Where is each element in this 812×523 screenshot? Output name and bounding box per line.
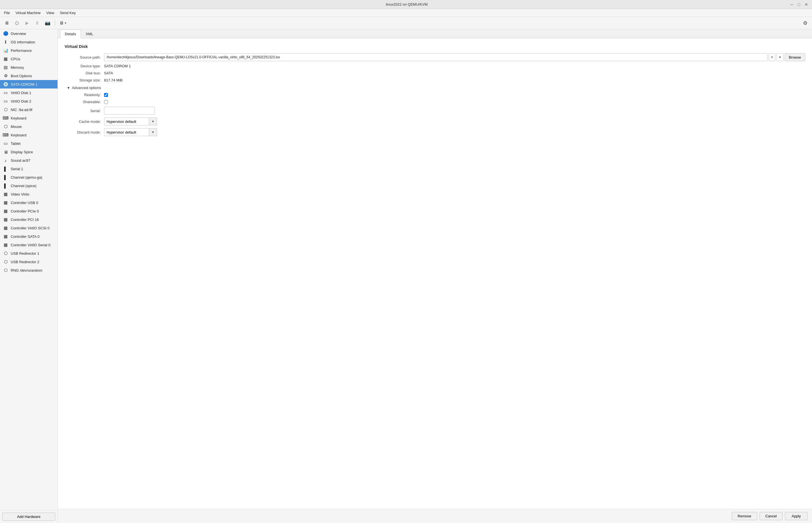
sidebar-icon-rng: ⬡ <box>3 267 8 273</box>
menu-file[interactable]: File <box>1 10 13 16</box>
sidebar-item-controller-virtio-serial[interactable]: ▦Controller VirtIO Serial 0 <box>0 241 57 249</box>
toolbar-display-button[interactable]: 🖥 ▼ <box>57 19 69 28</box>
tab-bar: Details XML <box>58 29 812 38</box>
sidebar-label-rng: RNG /dev/urandom <box>11 268 42 272</box>
browse-button[interactable]: Browse <box>785 53 805 61</box>
toolbar-power-button[interactable]: ⏻ <box>13 19 21 28</box>
sidebar: 🔵OverviewℹOS information📊Performance▦CPU… <box>0 29 58 523</box>
toolbar-snapshot-button[interactable]: 📷 <box>43 19 52 28</box>
sidebar-item-virtio-disk1[interactable]: ▭VirtIO Disk 1 <box>0 89 57 97</box>
sidebar-item-boot-options[interactable]: ⚙Boot Options <box>0 72 57 80</box>
path-clear-button[interactable]: ✕ <box>769 53 775 61</box>
main-layout: 🔵OverviewℹOS information📊Performance▦CPU… <box>0 29 812 523</box>
sidebar-item-memory[interactable]: ▤Memory <box>0 63 57 72</box>
cache-mode-row: Cache mode: Hypervisor defaultnonewritet… <box>65 118 805 125</box>
remove-button[interactable]: Remove <box>731 512 757 520</box>
toolbar: 🖥 ⏻ ▶ ⏸ 📷 🖥 ▼ ⚙ <box>0 17 812 29</box>
sidebar-label-keyboard2: Keyboard <box>11 133 27 137</box>
sidebar-item-controller-pci16[interactable]: ▦Controller PCI 16 <box>0 215 57 224</box>
sidebar-item-rng[interactable]: ⬡RNG /dev/urandom <box>0 266 57 274</box>
sidebar-icon-usb-redirect2: ⬡ <box>3 259 8 265</box>
tab-details[interactable]: Details <box>60 29 81 38</box>
readonly-row: Readonly: <box>65 93 805 97</box>
sidebar-label-sata-cdrom1: SATA CDROM 1 <box>11 82 37 87</box>
sidebar-item-controller-sata0[interactable]: ▦Controller SATA 0 <box>0 232 57 241</box>
sidebar-item-serial1[interactable]: ▌Serial 1 <box>0 165 57 173</box>
sidebar-icon-tablet: ▭ <box>3 141 8 146</box>
sidebar-icon-sata-cdrom1: 💿 <box>3 82 8 87</box>
sidebar-item-controller-usb0[interactable]: ▦Controller USB 0 <box>0 198 57 207</box>
sidebar-label-boot-options: Boot Options <box>11 74 32 78</box>
serial-row: Serial: <box>65 107 805 115</box>
menu-virtual-machine[interactable]: Virtual Machine <box>13 10 43 16</box>
tab-xml[interactable]: XML <box>81 29 98 38</box>
advanced-options-toggle[interactable]: ▼ Advanced options <box>65 86 805 90</box>
sidebar-label-controller-sata0: Controller SATA 0 <box>11 234 39 239</box>
sidebar-icon-cpus: ▦ <box>3 56 8 62</box>
menu-view[interactable]: View <box>43 10 57 16</box>
toolbar-play-button: ▶ <box>22 19 32 28</box>
sidebar-item-nic[interactable]: ⬡NIC :9a:ad:9f <box>0 105 57 114</box>
toolbar-settings-button[interactable]: ⚙ <box>801 19 810 28</box>
cancel-button[interactable]: Cancel <box>760 512 783 520</box>
maximize-button[interactable]: □ <box>796 2 802 7</box>
details-panel: Virtual Disk Source path: ✕ ▼ Browse Dev… <box>58 38 812 509</box>
sidebar-item-channel-spice[interactable]: ▌Channel (spice) <box>0 181 57 190</box>
sidebar-item-usb-redirect1[interactable]: ⬡USB Redirector 1 <box>0 249 57 257</box>
sidebar-icon-mouse: ⬡ <box>3 124 8 129</box>
sidebar-icon-controller-pci16: ▦ <box>3 217 8 222</box>
discard-mode-select[interactable]: Hypervisor defaultignoreunmap <box>104 128 149 136</box>
sidebar-item-sata-cdrom1[interactable]: 💿SATA CDROM 1 <box>0 80 57 89</box>
menu-send-key[interactable]: Send Key <box>57 10 78 16</box>
sidebar-item-cpus[interactable]: ▦CPUs <box>0 55 57 63</box>
sidebar-icon-os-info: ℹ <box>3 39 8 45</box>
sidebar-item-controller-pcie0[interactable]: ▦Controller PCIe 0 <box>0 207 57 215</box>
cache-mode-select[interactable]: Hypervisor defaultnonewritethroughwriteb… <box>104 118 149 125</box>
cache-mode-select-wrapper: Hypervisor defaultnonewritethroughwriteb… <box>104 118 157 125</box>
add-hardware-button[interactable]: Add Hardware <box>2 512 55 521</box>
advanced-section: ▼ Advanced options Readonly: Shareable: <box>65 86 805 136</box>
sidebar-item-sound-ac97[interactable]: ♪Sound ac97 <box>0 156 57 165</box>
close-button[interactable]: ✕ <box>803 2 810 7</box>
toolbar-monitor-button[interactable]: 🖥 <box>2 19 11 28</box>
source-path-input[interactable] <box>104 53 767 61</box>
path-dropdown-button[interactable]: ▼ <box>776 53 783 61</box>
shareable-checkbox[interactable] <box>104 100 108 104</box>
sidebar-icon-nic: ⬡ <box>3 107 8 112</box>
titlebar: linux2022 on QEMU/KVM ─ □ ✕ <box>0 0 812 9</box>
readonly-checkbox[interactable] <box>104 93 108 97</box>
sidebar-icon-performance: 📊 <box>3 48 8 53</box>
storage-size-label: Storage size: <box>65 78 104 82</box>
sidebar-item-keyboard2[interactable]: ⌨Keyboard <box>0 131 57 139</box>
shareable-row: Shareable: <box>65 100 805 104</box>
sidebar-item-video-virtio[interactable]: ▦Video Virtio <box>0 190 57 198</box>
sidebar-item-keyboard[interactable]: ⌨Keyboard <box>0 114 57 122</box>
sidebar-item-controller-virtio-scsi[interactable]: ▦Controller VirtIO SCSI 0 <box>0 224 57 232</box>
sidebar-item-tablet[interactable]: ▭Tablet <box>0 139 57 148</box>
sidebar-label-os-info: OS information <box>11 40 35 44</box>
sidebar-label-video-virtio: Video Virtio <box>11 192 29 196</box>
sidebar-icon-video-virtio: ▦ <box>3 191 8 197</box>
sidebar-item-virtio-disk2[interactable]: ▭VirtIO Disk 2 <box>0 97 57 105</box>
sidebar-item-display-spice[interactable]: 🖥Display Spice <box>0 148 57 156</box>
discard-mode-dropdown-button[interactable]: ▼ <box>149 128 157 136</box>
sidebar-icon-overview: 🔵 <box>3 31 8 36</box>
sidebar-item-mouse[interactable]: ⬡Mouse <box>0 122 57 131</box>
minimize-button[interactable]: ─ <box>789 2 795 7</box>
cache-mode-dropdown-button[interactable]: ▼ <box>149 118 157 125</box>
toolbar-separator <box>55 20 55 26</box>
source-path-row: Source path: ✕ ▼ Browse <box>65 53 805 61</box>
serial-input[interactable] <box>104 107 155 115</box>
sidebar-item-usb-redirect2[interactable]: ⬡USB Redirector 2 <box>0 257 57 266</box>
sidebar-item-channel-qemu[interactable]: ▌Channel (qemu-ga) <box>0 173 57 181</box>
sidebar-label-nic: NIC :9a:ad:9f <box>11 108 32 112</box>
menubar: File Virtual Machine View Send Key <box>0 9 812 17</box>
sidebar-icon-controller-pcie0: ▦ <box>3 208 8 214</box>
sidebar-item-os-info[interactable]: ℹOS information <box>0 38 57 46</box>
bottom-bar: Remove Cancel Apply <box>58 509 812 523</box>
sidebar-item-overview[interactable]: 🔵Overview <box>0 29 57 38</box>
sidebar-icon-virtio-disk2: ▭ <box>3 98 8 104</box>
apply-button[interactable]: Apply <box>785 512 808 520</box>
source-path-label: Source path: <box>65 55 104 59</box>
sidebar-item-performance[interactable]: 📊Performance <box>0 46 57 55</box>
